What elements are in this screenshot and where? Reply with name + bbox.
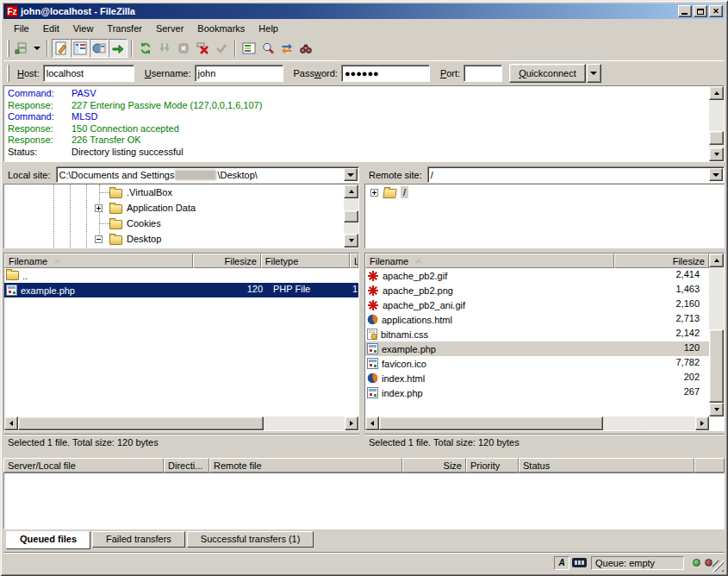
site-manager-button[interactable] <box>12 39 31 58</box>
folder-icon <box>109 189 122 198</box>
local-site-combo[interactable]: C:\Documents and Settings\Desktop\ <box>56 166 359 183</box>
column-header-priority[interactable]: Priority <box>466 458 519 473</box>
password-input[interactable]: ●●●●●● <box>341 65 430 82</box>
column-header-modified[interactable]: L <box>350 254 358 268</box>
scroll-thumb[interactable] <box>709 131 724 145</box>
toggle-local-tree-button[interactable] <box>71 39 90 58</box>
file-row[interactable]: apache_pb2.png 1,463 <box>365 283 724 297</box>
file-row[interactable]: .. <box>4 268 358 283</box>
cancel-button[interactable] <box>174 39 193 58</box>
queue-body[interactable] <box>3 473 725 529</box>
scroll-left-button[interactable] <box>365 416 379 430</box>
column-header-filename[interactable]: Filename <box>365 254 614 268</box>
speed-limit-icon[interactable] <box>572 558 587 567</box>
scroll-up-button[interactable] <box>709 86 724 100</box>
remote-vscrollbar <box>709 254 724 416</box>
menu-item-file[interactable]: File <box>7 22 36 35</box>
scroll-thumb[interactable] <box>379 416 603 430</box>
scroll-down-button[interactable] <box>344 234 358 247</box>
remote-site-combo[interactable]: / <box>427 166 725 183</box>
chevron-down-icon <box>34 47 40 50</box>
scroll-left-button[interactable] <box>4 416 18 430</box>
image-file-icon <box>367 270 379 282</box>
tab-successful-transfers[interactable]: Successful transfers (1) <box>187 531 314 548</box>
scroll-right-button[interactable] <box>695 416 709 430</box>
column-header-size[interactable]: Size <box>402 458 466 473</box>
quickconnect-grip[interactable] <box>7 65 9 82</box>
expand-icon[interactable] <box>370 189 378 197</box>
tree-item[interactable]: Desktop <box>4 231 358 247</box>
column-header-filesize[interactable]: Filesize <box>193 254 261 268</box>
toggle-queue-button[interactable] <box>109 39 128 58</box>
directory-comparison-button[interactable] <box>258 39 277 58</box>
file-row[interactable]: apache_pb2_ani.gif 2,160 <box>365 297 724 312</box>
combo-dropdown-button[interactable] <box>709 168 723 181</box>
menu-item-transfer[interactable]: Transfer <box>100 22 149 35</box>
scroll-down-button[interactable] <box>709 403 724 416</box>
combo-dropdown-button[interactable] <box>344 168 358 181</box>
tab-queued-files[interactable]: Queued files <box>6 531 90 549</box>
expand-icon[interactable] <box>95 204 103 212</box>
tree-item[interactable]: .VirtualBox <box>4 185 358 200</box>
tree-item[interactable]: Application Data <box>4 200 358 216</box>
transfer-type-indicator[interactable]: A <box>554 556 569 570</box>
toggle-message-log-button[interactable] <box>52 39 71 58</box>
arrow-up-icon <box>714 91 719 95</box>
reconnect-button[interactable] <box>212 39 231 58</box>
scroll-down-button[interactable] <box>709 147 724 161</box>
menu-item-server[interactable]: Server <box>149 22 190 35</box>
scroll-thumb[interactable] <box>709 329 724 403</box>
column-header-filename[interactable]: Filename <box>4 254 193 268</box>
file-row[interactable]: index.html 202 <box>365 371 724 385</box>
queue-icon <box>111 41 125 55</box>
scroll-thumb[interactable] <box>344 210 358 222</box>
toggle-remote-tree-button[interactable] <box>90 39 109 58</box>
scroll-up-button[interactable] <box>709 254 724 267</box>
find-files-button[interactable] <box>296 39 315 58</box>
column-header-filesize[interactable]: Filesize <box>614 254 709 268</box>
disconnect-button[interactable] <box>193 39 212 58</box>
scroll-up-button[interactable] <box>344 185 358 198</box>
menu-item-edit[interactable]: Edit <box>36 22 66 35</box>
column-header-direction[interactable]: Directi... <box>164 458 209 473</box>
local-directory-tree: .VirtualBox Application Data Cookies Des… <box>3 184 359 248</box>
local-tree-scrollbar <box>344 185 358 247</box>
port-input[interactable] <box>464 65 502 82</box>
resize-grip[interactable] <box>712 560 724 572</box>
menu-item-bookmarks[interactable]: Bookmarks <box>190 22 252 35</box>
quickconnect-button[interactable]: Quickconnect <box>509 64 586 83</box>
file-row-selected[interactable]: example.php 120 <box>365 341 724 356</box>
host-input[interactable]: localhost <box>43 65 134 82</box>
tab-failed-transfers[interactable]: Failed transfers <box>92 531 185 548</box>
username-input[interactable]: john <box>195 65 283 82</box>
scroll-thumb[interactable] <box>18 416 264 430</box>
file-row[interactable]: applications.html 2,713 <box>365 312 724 327</box>
file-row[interactable]: favicon.ico 7,782 <box>365 356 724 371</box>
process-queue-button[interactable] <box>155 39 174 58</box>
file-row[interactable]: index.php 267 <box>365 385 724 400</box>
title-bar[interactable]: Fz john@localhost - FileZilla ✕ <box>3 3 725 19</box>
toolbar-grip[interactable] <box>7 40 9 57</box>
quickconnect-dropdown[interactable] <box>587 64 601 83</box>
scroll-right-button[interactable] <box>345 416 358 430</box>
close-icon: ✕ <box>712 8 719 16</box>
filter-button[interactable] <box>240 39 258 58</box>
close-button[interactable]: ✕ <box>709 5 723 17</box>
menu-item-view[interactable]: View <box>66 22 101 35</box>
minimize-button[interactable] <box>678 5 692 17</box>
collapse-icon[interactable] <box>95 235 103 243</box>
synchronized-browsing-button[interactable] <box>277 39 296 58</box>
column-header-status[interactable]: Status <box>519 458 694 473</box>
refresh-button[interactable] <box>136 39 155 58</box>
tree-item[interactable]: / <box>365 185 724 200</box>
maximize-button[interactable] <box>694 5 707 17</box>
file-row[interactable]: bitnami.css 2,142 <box>365 327 724 341</box>
column-header-remote-file[interactable]: Remote file <box>209 458 402 473</box>
column-header-local-file[interactable]: Server/Local file <box>3 458 164 473</box>
file-row-selected[interactable]: example.php 120 PHP File 1 <box>4 283 358 297</box>
menu-item-help[interactable]: Help <box>252 22 285 35</box>
tree-item[interactable]: Cookies <box>4 216 358 231</box>
file-row[interactable]: apache_pb2.gif 2,414 <box>365 268 724 283</box>
column-header-filetype[interactable]: Filetype <box>261 254 350 268</box>
site-manager-dropdown[interactable] <box>31 39 43 58</box>
